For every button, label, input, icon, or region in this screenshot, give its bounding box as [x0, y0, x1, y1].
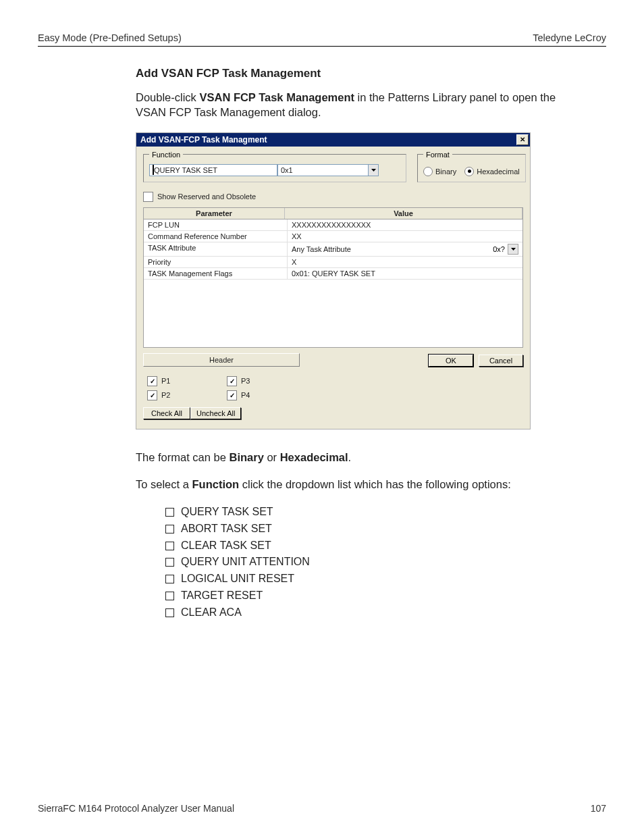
function-sentence: To select a Function click the dropdown …	[136, 477, 566, 492]
col-parameter: Parameter	[144, 208, 285, 219]
port-p1-checkbox[interactable]: P1	[147, 376, 215, 386]
format-sentence: The format can be Binary or Hexadecimal.	[136, 450, 566, 465]
header-button[interactable]: Header	[143, 353, 300, 367]
header-right: Teledyne LeCroy	[533, 32, 606, 43]
function-code-dropdown[interactable]: 0x1	[277, 164, 379, 176]
table-row[interactable]: TASK Management Flags 0x01: QUERY TASK S…	[144, 268, 522, 280]
function-name-field[interactable]: ​QUERY TASK SET	[149, 164, 277, 176]
list-item: QUERY UNIT ATTENTION	[165, 554, 566, 571]
list-item: CLEAR ACA	[165, 604, 566, 621]
chevron-down-icon[interactable]	[368, 164, 379, 176]
svg-marker-0	[371, 169, 376, 172]
list-item: ABORT TASK SET	[165, 521, 566, 538]
table-row[interactable]: FCP LUN XXXXXXXXXXXXXXXX	[144, 219, 522, 231]
format-group: Format Binary Hexadecimal	[417, 151, 526, 182]
format-binary-radio[interactable]: Binary	[423, 167, 456, 176]
dialog-title: Add VSAN-FCP Task Managment	[140, 135, 267, 145]
check-all-button[interactable]: Check All	[143, 407, 190, 419]
uncheck-all-button[interactable]: Uncheck All	[190, 407, 241, 419]
cancel-button[interactable]: Cancel	[479, 355, 523, 367]
function-group: Function ​QUERY TASK SET 0x1	[143, 151, 406, 182]
list-item: CLEAR TASK SET	[165, 538, 566, 554]
format-hex-radio[interactable]: Hexadecimal	[464, 167, 520, 176]
function-options-list: QUERY TASK SET ABORT TASK SET CLEAR TASK…	[136, 504, 566, 621]
col-value: Value	[285, 208, 522, 219]
show-reserved-checkbox[interactable]: Show Reserved and Obsolete	[143, 192, 523, 202]
format-legend: Format	[423, 151, 452, 159]
port-p3-checkbox[interactable]: P3	[227, 376, 294, 386]
chevron-down-icon[interactable]	[508, 244, 518, 255]
footer-right: 107	[591, 803, 606, 814]
footer-left: SierraFC M164 Protocol Analyzer User Man…	[38, 803, 234, 814]
header-left: Easy Mode (Pre-Defined Setups)	[38, 32, 182, 43]
close-icon[interactable]: ✕	[516, 134, 529, 145]
section-title: Add VSAN FCP Task Management	[136, 67, 566, 80]
list-item: QUERY TASK SET	[165, 504, 566, 521]
ok-button[interactable]: OK	[429, 355, 473, 367]
parameter-grid: Parameter Value FCP LUN XXXXXXXXXXXXXXXX…	[143, 207, 523, 348]
page-footer: SierraFC M164 Protocol Analyzer User Man…	[38, 803, 606, 814]
page-header: Easy Mode (Pre-Defined Setups) Teledyne …	[38, 32, 606, 47]
intro-paragraph: Double-click VSAN FCP Task Management in…	[136, 90, 566, 120]
vsan-fcp-dialog: Add VSAN-FCP Task Managment ✕ Function ​…	[136, 132, 531, 429]
port-p4-checkbox[interactable]: P4	[227, 390, 294, 400]
table-row[interactable]: Priority X	[144, 257, 522, 268]
list-item: LOGICAL UNIT RESET	[165, 571, 566, 588]
function-legend: Function	[149, 151, 183, 159]
port-p2-checkbox[interactable]: P2	[147, 390, 215, 400]
list-item: TARGET RESET	[165, 588, 566, 604]
dialog-titlebar: Add VSAN-FCP Task Managment ✕	[136, 133, 530, 147]
table-row[interactable]: TASK Attribute Any Task Attribute 0x?	[144, 242, 522, 257]
svg-marker-1	[511, 248, 516, 251]
table-row[interactable]: Command Reference Number XX	[144, 231, 522, 242]
function-code-field[interactable]: 0x1	[277, 164, 368, 176]
